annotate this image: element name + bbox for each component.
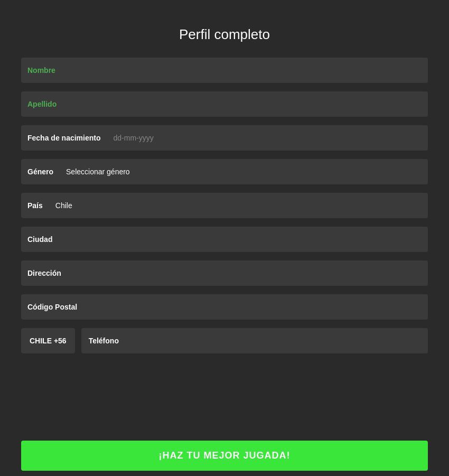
ciudad-label: Ciudad (21, 235, 59, 244)
pais-input[interactable] (49, 193, 428, 218)
nombre-field-row: Nombre (21, 58, 428, 83)
ciudad-input[interactable] (59, 227, 428, 252)
fecha-label: Fecha de nacimiento (21, 134, 107, 142)
codigo-postal-field-row: Código Postal (21, 294, 428, 320)
ciudad-field-row: Ciudad (21, 227, 428, 252)
nombre-label: Nombre (21, 66, 62, 74)
apellido-label: Apellido (21, 100, 63, 108)
codigo-postal-input[interactable] (83, 294, 428, 320)
genero-label: Género (21, 167, 60, 176)
page-title: Perfil completo (21, 26, 428, 43)
direccion-input[interactable] (68, 260, 428, 286)
telefono-input[interactable] (126, 328, 428, 353)
pais-field-row: País (21, 193, 428, 218)
genero-select[interactable]: Seleccionar género Masculino Femenino Ot… (60, 159, 428, 184)
fecha-field-row: Fecha de nacimiento (21, 125, 428, 151)
form-fields: Nombre Apellido Fecha de nacimiento Géne… (21, 58, 428, 425)
phone-country-selector[interactable]: CHILE +56 (21, 328, 75, 353)
apellido-input[interactable] (63, 91, 428, 117)
fecha-input[interactable] (107, 125, 428, 151)
telefono-label: Teléfono (81, 337, 126, 345)
nombre-input[interactable] (62, 58, 428, 83)
codigo-postal-label: Código Postal (21, 303, 83, 311)
direccion-label: Dirección (21, 269, 68, 277)
direccion-field-row: Dirección (21, 260, 428, 286)
apellido-field-row: Apellido (21, 91, 428, 117)
pais-label: País (21, 201, 49, 210)
telefono-input-container: Teléfono (81, 328, 428, 353)
telefono-row: CHILE +56 Teléfono (21, 328, 428, 353)
submit-button[interactable]: ¡HAZ TU MEJOR JUGADA! (21, 441, 428, 471)
main-container: Perfil completo Nombre Apellido Fecha de… (11, 11, 438, 476)
genero-field-row: Género Seleccionar género Masculino Feme… (21, 159, 428, 184)
